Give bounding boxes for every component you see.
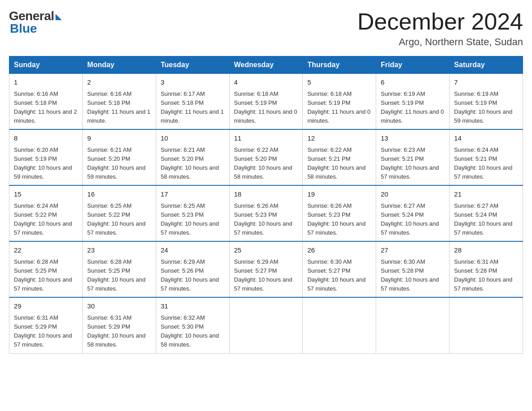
table-row: 4 Sunrise: 6:18 AMSunset: 5:19 PMDayligh…	[229, 74, 303, 130]
day-info: Sunrise: 6:30 AMSunset: 5:27 PMDaylight:…	[307, 258, 365, 292]
day-number: 30	[87, 301, 151, 312]
header-tuesday: Tuesday	[156, 56, 229, 74]
table-row: 25 Sunrise: 6:29 AMSunset: 5:27 PMDaylig…	[229, 241, 303, 297]
day-number: 2	[87, 77, 151, 88]
day-number: 17	[161, 189, 225, 200]
table-row: 6 Sunrise: 6:19 AMSunset: 5:19 PMDayligh…	[376, 74, 450, 130]
table-row: 9 Sunrise: 6:21 AMSunset: 5:20 PMDayligh…	[82, 129, 156, 185]
table-row: 23 Sunrise: 6:28 AMSunset: 5:25 PMDaylig…	[82, 241, 156, 297]
day-number: 25	[234, 245, 298, 256]
table-row: 17 Sunrise: 6:25 AMSunset: 5:23 PMDaylig…	[156, 185, 229, 241]
header-monday: Monday	[82, 56, 156, 74]
calendar-week-row: 8 Sunrise: 6:20 AMSunset: 5:19 PMDayligh…	[9, 129, 523, 185]
table-row: 13 Sunrise: 6:23 AMSunset: 5:21 PMDaylig…	[376, 129, 450, 185]
day-number: 10	[161, 133, 225, 144]
day-info: Sunrise: 6:19 AMSunset: 5:19 PMDaylight:…	[381, 90, 444, 124]
table-row: 27 Sunrise: 6:30 AMSunset: 5:28 PMDaylig…	[376, 241, 450, 297]
day-info: Sunrise: 6:18 AMSunset: 5:19 PMDaylight:…	[307, 90, 370, 124]
table-row: 2 Sunrise: 6:16 AMSunset: 5:18 PMDayligh…	[82, 74, 156, 130]
table-row: 20 Sunrise: 6:27 AMSunset: 5:24 PMDaylig…	[376, 185, 450, 241]
table-row: 11 Sunrise: 6:22 AMSunset: 5:20 PMDaylig…	[229, 129, 303, 185]
month-year-title: December 2024	[357, 9, 523, 34]
day-number: 28	[454, 245, 518, 256]
day-info: Sunrise: 6:16 AMSunset: 5:18 PMDaylight:…	[14, 90, 77, 124]
day-info: Sunrise: 6:19 AMSunset: 5:19 PMDaylight:…	[454, 90, 512, 124]
day-info: Sunrise: 6:24 AMSunset: 5:21 PMDaylight:…	[454, 146, 512, 180]
day-number: 1	[14, 77, 78, 88]
header-saturday: Saturday	[450, 56, 523, 74]
day-info: Sunrise: 6:27 AMSunset: 5:24 PMDaylight:…	[381, 202, 439, 236]
day-info: Sunrise: 6:29 AMSunset: 5:27 PMDaylight:…	[234, 258, 292, 292]
logo-arrow-icon	[56, 14, 62, 20]
header-thursday: Thursday	[303, 56, 376, 74]
day-number: 13	[381, 133, 445, 144]
table-row: 16 Sunrise: 6:25 AMSunset: 5:22 PMDaylig…	[82, 185, 156, 241]
day-info: Sunrise: 6:18 AMSunset: 5:19 PMDaylight:…	[234, 90, 297, 124]
day-info: Sunrise: 6:24 AMSunset: 5:22 PMDaylight:…	[14, 202, 72, 236]
day-info: Sunrise: 6:22 AMSunset: 5:21 PMDaylight:…	[307, 146, 365, 180]
header-sunday: Sunday	[9, 56, 83, 74]
day-number: 20	[381, 189, 445, 200]
day-number: 26	[307, 245, 371, 256]
calendar-week-row: 15 Sunrise: 6:24 AMSunset: 5:22 PMDaylig…	[9, 185, 523, 241]
table-row: 18 Sunrise: 6:26 AMSunset: 5:23 PMDaylig…	[229, 185, 303, 241]
day-info: Sunrise: 6:31 AMSunset: 5:29 PMDaylight:…	[14, 314, 72, 348]
day-number: 22	[14, 245, 78, 256]
table-row: 15 Sunrise: 6:24 AMSunset: 5:22 PMDaylig…	[9, 185, 83, 241]
day-info: Sunrise: 6:32 AMSunset: 5:30 PMDaylight:…	[161, 314, 219, 348]
calendar-header-row: Sunday Monday Tuesday Wednesday Thursday…	[9, 56, 523, 74]
day-info: Sunrise: 6:17 AMSunset: 5:18 PMDaylight:…	[161, 90, 224, 124]
header-wednesday: Wednesday	[229, 56, 303, 74]
day-number: 11	[234, 133, 298, 144]
day-number: 15	[14, 189, 78, 200]
day-number: 5	[307, 77, 371, 88]
day-info: Sunrise: 6:16 AMSunset: 5:18 PMDaylight:…	[87, 90, 150, 124]
day-info: Sunrise: 6:21 AMSunset: 5:20 PMDaylight:…	[161, 146, 219, 180]
day-info: Sunrise: 6:29 AMSunset: 5:26 PMDaylight:…	[161, 258, 219, 292]
day-info: Sunrise: 6:31 AMSunset: 5:29 PMDaylight:…	[87, 314, 146, 348]
day-number: 12	[307, 133, 371, 144]
table-row: 19 Sunrise: 6:26 AMSunset: 5:23 PMDaylig…	[303, 185, 376, 241]
logo-blue-text: Blue	[10, 21, 37, 36]
table-row: 21 Sunrise: 6:27 AMSunset: 5:24 PMDaylig…	[450, 185, 523, 241]
table-row: 3 Sunrise: 6:17 AMSunset: 5:18 PMDayligh…	[156, 74, 229, 130]
table-row: 7 Sunrise: 6:19 AMSunset: 5:19 PMDayligh…	[450, 74, 523, 130]
day-number: 31	[161, 301, 225, 312]
day-number: 29	[14, 301, 78, 312]
page-header: General Blue December 2024 Argo, Norther…	[9, 9, 523, 48]
table-row: 24 Sunrise: 6:29 AMSunset: 5:26 PMDaylig…	[156, 241, 229, 297]
day-info: Sunrise: 6:28 AMSunset: 5:25 PMDaylight:…	[14, 258, 72, 292]
day-info: Sunrise: 6:25 AMSunset: 5:22 PMDaylight:…	[87, 202, 146, 236]
calendar-week-row: 29 Sunrise: 6:31 AMSunset: 5:29 PMDaylig…	[9, 297, 523, 353]
day-info: Sunrise: 6:26 AMSunset: 5:23 PMDaylight:…	[307, 202, 365, 236]
table-row: 5 Sunrise: 6:18 AMSunset: 5:19 PMDayligh…	[303, 74, 376, 130]
day-number: 9	[87, 133, 151, 144]
day-number: 19	[307, 189, 371, 200]
day-number: 21	[454, 189, 518, 200]
table-row: 29 Sunrise: 6:31 AMSunset: 5:29 PMDaylig…	[9, 297, 83, 353]
day-info: Sunrise: 6:25 AMSunset: 5:23 PMDaylight:…	[161, 202, 219, 236]
day-number: 18	[234, 189, 298, 200]
day-number: 7	[454, 77, 518, 88]
day-info: Sunrise: 6:26 AMSunset: 5:23 PMDaylight:…	[234, 202, 292, 236]
day-info: Sunrise: 6:23 AMSunset: 5:21 PMDaylight:…	[381, 146, 439, 180]
location-subtitle: Argo, Northern State, Sudan	[357, 36, 523, 48]
table-row: 30 Sunrise: 6:31 AMSunset: 5:29 PMDaylig…	[82, 297, 156, 353]
day-info: Sunrise: 6:28 AMSunset: 5:25 PMDaylight:…	[87, 258, 146, 292]
table-row	[376, 297, 450, 353]
day-number: 16	[87, 189, 151, 200]
header-friday: Friday	[376, 56, 450, 74]
day-info: Sunrise: 6:20 AMSunset: 5:19 PMDaylight:…	[14, 146, 72, 180]
table-row: 28 Sunrise: 6:31 AMSunset: 5:28 PMDaylig…	[450, 241, 523, 297]
table-row: 10 Sunrise: 6:21 AMSunset: 5:20 PMDaylig…	[156, 129, 229, 185]
day-info: Sunrise: 6:22 AMSunset: 5:20 PMDaylight:…	[234, 146, 292, 180]
table-row: 31 Sunrise: 6:32 AMSunset: 5:30 PMDaylig…	[156, 297, 229, 353]
day-number: 23	[87, 245, 151, 256]
day-number: 14	[454, 133, 518, 144]
table-row: 8 Sunrise: 6:20 AMSunset: 5:19 PMDayligh…	[9, 129, 83, 185]
table-row: 12 Sunrise: 6:22 AMSunset: 5:21 PMDaylig…	[303, 129, 376, 185]
logo: General Blue	[9, 9, 62, 36]
calendar-table: Sunday Monday Tuesday Wednesday Thursday…	[9, 56, 523, 353]
day-number: 6	[381, 77, 445, 88]
day-number: 3	[161, 77, 225, 88]
